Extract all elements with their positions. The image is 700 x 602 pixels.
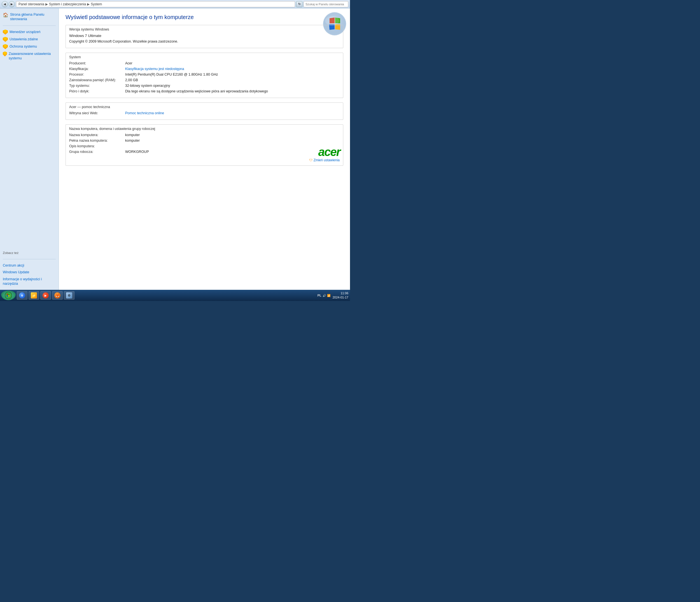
producent-value: Acer xyxy=(125,61,132,65)
windows-version-section: Wersja systemu Windows Windows 7 Ultimat… xyxy=(66,25,343,48)
svg-point-2 xyxy=(325,16,339,25)
sidebar-item-zaawansowane[interactable]: Zaawansowane ustawienia systemu xyxy=(3,52,56,61)
taskbar-explorer-button[interactable]: 📁 xyxy=(29,291,39,300)
witryna-label: Witryna sieci Web: xyxy=(69,111,125,115)
witryna-row: Witryna sieci Web: Pomoc techniczna onli… xyxy=(69,111,340,115)
system-section-title: System xyxy=(69,55,309,59)
witryna-value[interactable]: Pomoc techniczna online xyxy=(125,111,164,115)
taskbar-right: PL 🔊 📶 11:06 2024-01-17 xyxy=(318,291,348,300)
grupa-row: Grupa robocza: WORKGROUP xyxy=(69,150,340,154)
nazwa-komputera-label: Nazwa komputera: xyxy=(69,133,125,137)
clock-date: 2024-01-17 xyxy=(333,295,348,300)
breadcrumb-sep2: ▶ xyxy=(87,2,90,6)
sidebar: 🏠 Strona główna Panelu sterowania Menedż… xyxy=(0,8,59,290)
taskbar: e 📁 ▶ 🦊 ⚙ PL 🔊 📶 11:06 2024-01-17 xyxy=(0,290,350,301)
ram-row: Zainstalowana pamięć (RAM): 2,00 GB xyxy=(69,78,309,82)
klasyfikacja-label: Klasyfikacja: xyxy=(69,67,125,71)
nav-buttons: ◀ ▶ xyxy=(2,1,15,7)
sidebar-divider2 xyxy=(3,259,56,259)
windows-copyright: Copyright © 2009 Microsoft Corporation. … xyxy=(69,40,178,43)
taskbar-firefox-button[interactable]: 🦊 xyxy=(52,291,63,300)
search-input[interactable] xyxy=(303,1,348,7)
sidebar-item-menedzer[interactable]: Menedżer urządzeń xyxy=(3,30,56,35)
pelna-nazwa-row: Pełna nazwa komputera: komputer xyxy=(69,139,340,143)
start-button[interactable] xyxy=(1,291,16,300)
sidebar-ustawienia-label: Ustawienia zdalne xyxy=(9,37,38,42)
sidebar-home-label: Strona główna Panelu sterowania xyxy=(10,12,56,22)
acer-section-title: Acer — pomoc techniczna xyxy=(69,105,340,109)
svg-rect-6 xyxy=(7,294,8,295)
sidebar-item-ustawienia[interactable]: Ustawienia zdalne xyxy=(3,37,56,42)
breadcrumb-part2: System i zabezpieczenia xyxy=(49,2,86,6)
forward-button[interactable]: ▶ xyxy=(9,1,15,7)
ram-value: 2,00 GB xyxy=(125,78,138,82)
change-settings-button[interactable]: 🛡 Zmień ustawienia xyxy=(309,158,340,162)
typ-systemu-label: Typ systemu: xyxy=(69,84,125,87)
sidebar-item-centrum[interactable]: Centrum akcji xyxy=(3,263,56,268)
opis-row: Opis komputera: xyxy=(69,144,340,148)
sidebar-wydajnosc-label: Informacje o wydajności i narzędzia xyxy=(3,277,56,286)
shield-icon-ustawienia xyxy=(3,37,8,42)
taskbar-ie-button[interactable]: e xyxy=(17,291,27,300)
procesor-label: Procesor: xyxy=(69,73,125,76)
pelna-nazwa-label: Pełna nazwa komputera: xyxy=(69,139,125,143)
sidebar-item-ochrona[interactable]: Ochrona systemu xyxy=(3,44,56,49)
windows-edition: Windows 7 Ultimate xyxy=(69,33,101,38)
shield-small-icon: 🛡 xyxy=(309,158,312,162)
home-icon: 🏠 xyxy=(3,12,8,18)
refresh-button[interactable]: ↻ xyxy=(296,1,302,7)
producent-label: Producent: xyxy=(69,61,125,65)
pioro-label: Pióro i dotyk: xyxy=(69,89,125,93)
breadcrumb-part1: Panel sterowania xyxy=(19,2,44,6)
change-settings-label: Zmień ustawienia xyxy=(314,158,340,162)
address-bar: ◀ ▶ Panel sterowania ▶ System i zabezpie… xyxy=(0,0,350,8)
procesor-value: Intel(R) Pentium(R) Dual CPU E2160 @ 1.8… xyxy=(125,73,218,76)
sidebar-item-update[interactable]: Windows Update xyxy=(3,270,56,274)
shield-icon-zaawansowane xyxy=(3,52,7,56)
breadcrumb-part3: System xyxy=(91,2,102,6)
breadcrumb[interactable]: Panel sterowania ▶ System i zabezpieczen… xyxy=(16,1,295,7)
main-container: 🏠 Strona główna Panelu sterowania Menedż… xyxy=(0,8,350,290)
sidebar-ochrona-label: Ochrona systemu xyxy=(9,44,37,49)
svg-rect-8 xyxy=(7,295,8,297)
ram-label: Zainstalowana pamięć (RAM): xyxy=(69,78,125,82)
klasyfikacja-value[interactable]: Klasyfikacja systemu jest niedostępna xyxy=(125,67,184,71)
sidebar-centrum-label: Centrum akcji xyxy=(3,263,24,268)
sidebar-menedzer-label: Menedżer urządzeń xyxy=(9,30,40,34)
klasyfikacja-row: Klasyfikacja: Klasyfikacja systemu jest … xyxy=(69,67,309,71)
procesor-row: Procesor: Intel(R) Pentium(R) Dual CPU E… xyxy=(69,73,309,76)
svg-rect-9 xyxy=(8,295,10,297)
clock-time: 11:06 xyxy=(333,291,348,295)
breadcrumb-sep1: ▶ xyxy=(45,2,48,6)
language-indicator: PL xyxy=(318,294,321,297)
grupa-value: WORKGROUP xyxy=(125,150,149,154)
taskbar-panel-button[interactable]: ⚙ xyxy=(64,291,74,300)
windows-edition-row: Windows 7 Ultimate xyxy=(69,33,340,38)
sidebar-zaawansowane-label: Zaawansowane ustawienia systemu xyxy=(9,52,56,61)
pelna-nazwa-value: komputer xyxy=(125,139,140,143)
producent-row: Producent: Acer xyxy=(69,61,309,65)
content-area: Wyświetl podstawowe informacje o tym kom… xyxy=(59,8,350,290)
windows-copyright-row: Copyright © 2009 Microsoft Corporation. … xyxy=(69,40,340,43)
shield-icon-menedzer xyxy=(3,30,8,35)
system-section: System Producent: Acer Klasyfikacja: Kla… xyxy=(66,53,343,98)
speaker-icon: 🔊 xyxy=(323,294,326,297)
see-also-label: Zobacz też xyxy=(3,251,56,254)
back-button[interactable]: ◀ xyxy=(2,1,8,7)
network-icon: 📶 xyxy=(327,294,330,297)
system-tray: PL 🔊 📶 xyxy=(318,294,330,297)
taskbar-media-button[interactable]: ▶ xyxy=(40,291,51,300)
grupa-label: Grupa robocza: xyxy=(69,150,125,154)
nazwa-komputera-row: Nazwa komputera: komputer xyxy=(69,133,340,137)
acer-support-section: Acer — pomoc techniczna Witryna sieci We… xyxy=(66,102,343,120)
shield-icon-ochrona xyxy=(3,44,8,49)
pioro-value: Dla tego ekranu nie są dostępne urządzen… xyxy=(125,89,268,93)
sidebar-item-wydajnosc[interactable]: Informacje o wydajności i narzędzia xyxy=(3,277,56,286)
pioro-row: Pióro i dotyk: Dla tego ekranu nie są do… xyxy=(69,89,309,93)
computer-section-title: Nazwa komputera, domena i ustawienia gru… xyxy=(69,127,340,131)
svg-rect-7 xyxy=(8,294,10,295)
clock-area: 11:06 2024-01-17 xyxy=(333,291,348,300)
typ-systemu-value: 32-bitowy system operacyjny xyxy=(125,84,170,87)
sidebar-item-home[interactable]: 🏠 Strona główna Panelu sterowania xyxy=(3,12,56,22)
sidebar-update-label: Windows Update xyxy=(3,270,29,274)
